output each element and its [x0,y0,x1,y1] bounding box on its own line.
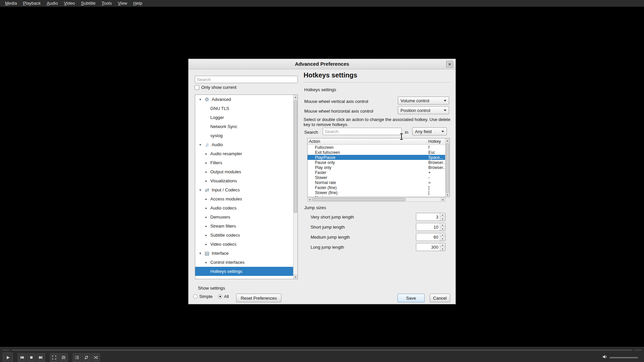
scroll-left-icon[interactable]: ◂ [308,198,312,201]
tree-item-hotkeys-settings[interactable]: Hotkeys settings [195,267,293,276]
stop-button[interactable] [27,353,36,362]
playlist-button[interactable] [73,353,81,362]
tree-item-control-interfaces[interactable]: ▸Control interfaces [195,258,293,267]
loop-button[interactable] [82,353,91,362]
hotkey-row-slower-fine[interactable]: Slower (fine)[ [308,190,445,195]
tree-item-input-codecs[interactable]: ▾⇄Input / Codecs [195,185,293,194]
hotkey-row-play-only[interactable]: Play onlyBrowser... [308,165,445,170]
chevron-right-icon[interactable]: ▸ [203,161,209,165]
chevron-down-icon[interactable]: ▾ [197,98,203,101]
fullscreen-button[interactable] [50,353,58,362]
chevron-right-icon[interactable]: ▸ [203,279,209,279]
tree-item-audio-codecs[interactable]: ▸Audio codecs [195,203,293,213]
tree-item-advanced[interactable]: ▾⚙Advanced [195,95,293,104]
tree-item-gnu-tls[interactable]: GNU TLS [195,104,293,113]
chevron-right-icon[interactable]: ▸ [203,242,209,246]
chevron-right-icon[interactable]: ▸ [203,215,209,219]
spin-down-icon[interactable]: ▾ [440,237,445,241]
only-show-current-checkbox[interactable] [195,85,199,90]
search-field-combo[interactable]: Any field [412,127,447,135]
hotkey-scrollbar-thumb[interactable] [446,143,449,192]
hotkey-row-fullscreen[interactable]: Fullscreenf [308,145,445,150]
menu-item-audio[interactable]: Audio [44,0,61,7]
tree-item-stream-filters[interactable]: ▸Stream filters [195,222,293,231]
chevron-right-icon[interactable]: ▸ [203,170,209,174]
menu-item-subtitle[interactable]: Subtitle [78,0,98,7]
next-button[interactable] [37,353,45,362]
shuffle-button[interactable] [92,353,100,362]
tree-item-demuxers[interactable]: ▸Demuxers [195,213,293,222]
seek-slider[interactable] [12,350,632,351]
chevron-right-icon[interactable]: ▸ [203,197,209,201]
preferences-search-input[interactable] [195,76,298,83]
jump-length-input[interactable] [416,213,440,221]
chevron-right-icon[interactable]: ▸ [203,152,209,156]
tree-item-access-modules[interactable]: ▸Access modules [195,194,293,203]
hotkey-row-exit-fullscreen[interactable]: Exit fullscreenEsc [308,150,445,155]
hotkey-row-faster-fine[interactable]: Faster (fine)] [308,185,445,190]
tree-item-network-sync[interactable]: Network Sync [195,122,293,131]
tree-item-subtitle-codecs[interactable]: ▸Subtitle codecs [195,231,293,240]
spin-down-icon[interactable]: ▾ [440,227,445,231]
menu-item-help[interactable]: Help [130,0,145,7]
tree-item-logger[interactable]: Logger [195,113,293,122]
scroll-right-icon[interactable]: ▸ [441,198,445,201]
hscrollbar-thumb[interactable] [312,198,406,201]
spin-up-icon[interactable]: ▴ [440,233,445,237]
chevron-right-icon[interactable]: ▸ [203,260,209,264]
tree-item-syslog[interactable]: syslog [195,131,293,140]
hotkey-row-pause-only[interactable]: Pause onlyBrowser... [308,160,445,165]
tree-scrollbar-thumb[interactable] [294,100,297,213]
hotkey-row-next[interactable]: Nextn [308,195,445,197]
scroll-down-icon[interactable]: ▾ [293,275,298,279]
scroll-up-icon[interactable]: ▴ [445,138,449,143]
menu-item-playback[interactable]: Playback [20,0,44,7]
jump-length-spinbox[interactable]: ▴▾ [416,223,445,231]
hotkey-row-play-pause[interactable]: Play/PauseSpace... [308,155,445,160]
tree-item-visualizations[interactable]: ▸Visualizations [195,176,293,185]
hotkey-row-normal-rate[interactable]: Normal rate= [308,180,445,185]
column-header-action[interactable]: Action [308,138,427,144]
tree-item-filters[interactable]: ▸Filters [195,158,293,167]
spin-down-icon[interactable]: ▾ [440,217,445,221]
spin-up-icon[interactable]: ▴ [440,223,445,227]
chevron-down-icon[interactable]: ▾ [197,251,203,255]
hotkey-row-faster[interactable]: Faster+ [308,170,445,175]
jump-length-spinbox[interactable]: ▴▾ [416,213,445,221]
mouse-wheel-vertical-combo[interactable]: Volume control [398,97,449,105]
only-show-current-row[interactable]: Only show current [195,85,236,90]
scroll-down-icon[interactable]: ▾ [445,192,449,197]
menu-item-tools[interactable]: Tools [99,0,115,7]
tree-item-output-modules[interactable]: ▸Output modules [195,167,293,176]
radio-simple[interactable] [193,294,198,299]
tree-item-audio-resampler[interactable]: ▸Audio resampler [195,149,293,158]
chevron-right-icon[interactable]: ▸ [203,224,209,228]
jump-length-input[interactable] [416,223,440,231]
radio-all[interactable] [218,294,222,299]
jump-length-input[interactable] [416,233,440,241]
hotkey-row-slower[interactable]: Slower- [308,175,445,180]
cancel-button[interactable]: Cancel [430,294,450,302]
jump-length-spinbox[interactable]: ▴▾ [416,233,445,241]
chevron-right-icon[interactable]: ▸ [203,233,209,237]
spin-down-icon[interactable]: ▾ [440,247,445,251]
spin-up-icon[interactable]: ▴ [440,243,445,247]
tree-item-audio[interactable]: ▾♫Audio [195,140,293,149]
play-button[interactable] [3,353,13,362]
hotkey-table-hscrollbar[interactable]: ◂ ▸ [307,197,445,202]
spin-up-icon[interactable]: ▴ [440,213,445,217]
menu-item-view[interactable]: View [115,0,130,7]
save-button[interactable]: Save [397,294,425,302]
extended-settings-button[interactable] [59,353,68,362]
column-header-hotkey[interactable]: Hotkey [427,138,445,144]
reset-preferences-button[interactable]: Reset Preferences [236,294,281,302]
hotkey-search-input[interactable] [323,128,402,135]
jump-length-input[interactable] [416,243,440,251]
jump-length-spinbox[interactable]: ▴▾ [416,243,445,251]
tree-item-main-interfaces[interactable]: ▸Main interfaces [195,276,293,279]
chevron-right-icon[interactable]: ▸ [203,206,209,210]
mouse-wheel-horizontal-combo[interactable]: Position control [398,106,449,114]
menu-item-video[interactable]: Video [61,0,78,7]
tree-item-video-codecs[interactable]: ▸Video codecs [195,240,293,249]
chevron-right-icon[interactable]: ▸ [203,179,209,183]
